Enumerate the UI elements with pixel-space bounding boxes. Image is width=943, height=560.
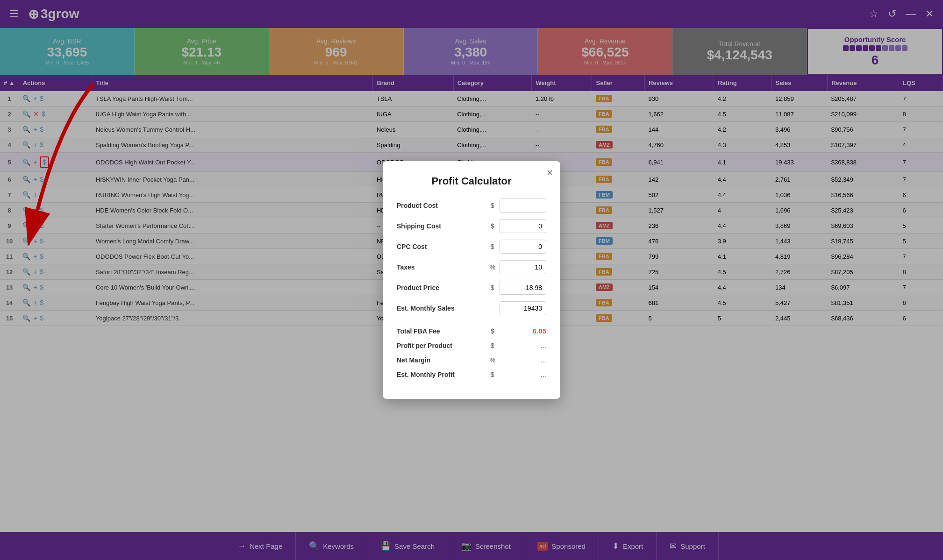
calc-field-unit: $ [486,222,500,230]
calc-result-row: Net Margin%... [397,356,546,364]
calc-input-1[interactable] [500,219,546,233]
calc-result-label: Total FBA Fee [397,327,486,335]
calc-field-row: CPC Cost$ [397,240,546,254]
calc-input-3[interactable] [500,260,546,274]
calc-result-unit: $ [486,342,500,349]
modal-close-button[interactable]: × [547,167,553,179]
calc-input-0[interactable] [500,198,546,213]
calc-result-unit: $ [486,371,500,378]
calc-result-label: Profit per Product [397,342,486,349]
calc-result-value: 6.05 [500,327,546,335]
calc-field-label: Shipping Cost [397,222,486,230]
calc-field-row: Taxes% [397,260,546,274]
calc-field-label: CPC Cost [397,243,486,250]
calc-result-unit: % [486,356,500,364]
calc-result-value: ... [500,370,546,378]
calc-field-unit: $ [486,202,500,209]
calc-result-row: Est. Monthly Profit$... [397,370,546,378]
calc-result-value: ... [500,356,546,364]
calc-field-label: Taxes [397,263,486,271]
calc-input-5[interactable] [500,301,546,315]
calc-field-label: Est. Monthly Sales [397,305,500,312]
calc-field-row: Shipping Cost$ [397,219,546,233]
calc-field-unit: $ [486,284,500,291]
calc-input-2[interactable] [500,240,546,254]
modal-overlay: × Profit Calculator Product Cost$Shippin… [0,0,943,560]
calc-field-label: Product Cost [397,202,486,209]
calc-field-unit: % [486,263,500,271]
calc-result-row: Total FBA Fee$6.05 [397,327,546,335]
calc-field-row: Product Cost$ [397,198,546,213]
modal-fields: Product Cost$Shipping Cost$CPC Cost$Taxe… [397,198,546,315]
calc-result-row: Profit per Product$... [397,341,546,349]
modal-results: Total FBA Fee$6.05Profit per Product$...… [397,327,546,378]
calc-input-4[interactable] [500,281,546,295]
calc-result-unit: $ [486,327,500,335]
calc-result-label: Est. Monthly Profit [397,371,486,378]
calc-field-label: Product Price [397,284,486,291]
calc-result-label: Net Margin [397,356,486,364]
calc-result-value: ... [500,341,546,349]
profit-calculator-modal: × Profit Calculator Product Cost$Shippin… [383,161,560,399]
calc-field-row: Product Price$ [397,281,546,295]
calc-field-row: Est. Monthly Sales [397,301,546,315]
calc-field-unit: $ [486,243,500,250]
modal-title: Profit Calculator [397,175,546,187]
